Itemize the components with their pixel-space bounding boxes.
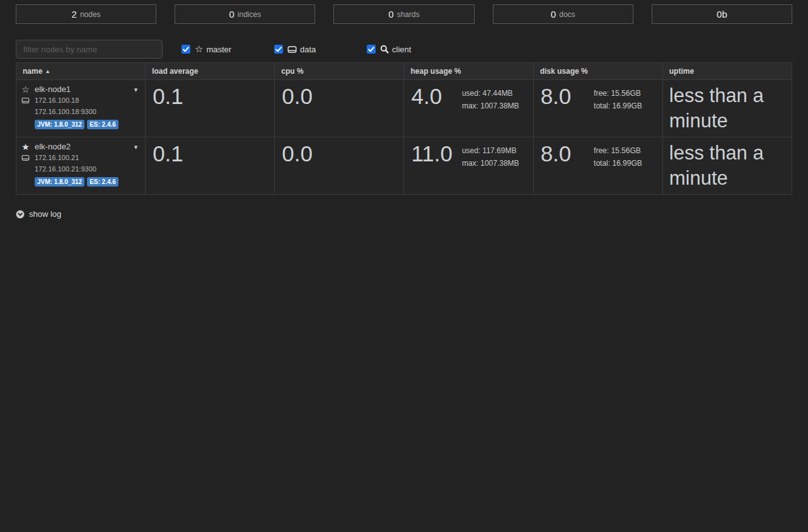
cpu-cell: 0.0 [275, 80, 404, 137]
indices-label: indices [238, 10, 261, 19]
cpu-value: 0.0 [282, 84, 313, 108]
summary-box-indices: 0 indices [175, 4, 315, 24]
filter-nodes-input[interactable] [16, 40, 163, 59]
check-icon [368, 47, 374, 52]
cpu-value: 0.0 [282, 141, 313, 166]
node-name-cell: ★ elk-node2 ▾ 172.16.100.21 172 [16, 137, 146, 195]
es-version-badge: ES: 2.4.6 [87, 120, 118, 129]
master-checkbox[interactable] [182, 45, 190, 54]
table-header-row: name▲ load average cpu % heap usage % di… [16, 63, 792, 80]
search-icon [380, 45, 389, 54]
filter-data-label: data [300, 45, 316, 54]
disk-total: total: 16.99GB [594, 157, 642, 170]
column-header-heap-usage[interactable]: heap usage % [404, 63, 533, 80]
uptime-cell: less than a minute [662, 80, 792, 137]
filter-master-label: master [206, 45, 231, 54]
uptime-cell: less than a minute [662, 137, 792, 195]
node-actions-caret-icon[interactable]: ▾ [132, 144, 141, 150]
shards-count: 0 [388, 9, 393, 20]
disk-total: total: 16.99GB [594, 100, 642, 112]
node-name: elk-node2 [35, 142, 71, 151]
disk-pct-value: 8.0 [541, 141, 572, 167]
column-header-cpu[interactable]: cpu % [275, 63, 404, 80]
heap-used: used: 47.44MB [462, 87, 519, 100]
disk-free: free: 15.56GB [594, 144, 642, 157]
summary-box-shards: 0 shards [333, 4, 474, 24]
heap-max: max: 1007.38MB [462, 100, 519, 112]
cpu-cell: 0.0 [275, 137, 404, 195]
star-filled-icon: ★ [20, 142, 32, 151]
column-header-load-average[interactable]: load average [146, 63, 275, 80]
check-icon [183, 47, 189, 52]
column-header-disk-usage[interactable]: disk usage % [533, 63, 662, 80]
star-icon: ☆ [195, 45, 203, 54]
nodes-label: nodes [80, 10, 101, 19]
docs-label: docs [559, 10, 575, 19]
node-transport-address: 172.16.100.21:9300 [20, 165, 140, 173]
summary-box-size: 0b [652, 4, 792, 24]
docs-count: 0 [551, 9, 556, 20]
load-average-cell: 0.1 [146, 80, 275, 137]
disk-free: free: 15.56GB [594, 87, 642, 100]
heap-used: used: 117.69MB [462, 144, 519, 157]
data-checkbox[interactable] [274, 45, 283, 54]
check-icon [275, 47, 282, 52]
show-log-label: show log [29, 209, 61, 219]
node-name: elk-node1 [35, 84, 71, 94]
filter-data-toggle[interactable]: data [274, 45, 348, 54]
heap-pct-value: 4.0 [411, 83, 442, 110]
column-header-uptime[interactable]: uptime [662, 63, 792, 80]
star-outline-icon: ☆ [20, 85, 32, 94]
heap-cell: 4.0 used: 47.44MB max: 1007.38MB [404, 80, 533, 137]
heap-pct-value: 11.0 [411, 141, 453, 167]
hard-drive-icon [287, 45, 297, 54]
jvm-version-badge: JVM: 1.8.0_312 [35, 120, 84, 129]
load-average-value: 0.1 [153, 84, 183, 108]
node-row: ☆ elk-node1 ▾ 172.16.100.18 172 [16, 80, 792, 137]
nodes-count: 2 [72, 9, 77, 20]
disk-pct-value: 8.0 [541, 83, 572, 110]
nodes-table: name▲ load average cpu % heap usage % di… [16, 62, 792, 195]
heap-cell: 11.0 used: 117.69MB max: 1007.38MB [404, 137, 533, 195]
filter-row: ☆ master data [16, 40, 792, 59]
shards-label: shards [397, 10, 420, 19]
node-actions-caret-icon[interactable]: ▾ [132, 86, 141, 93]
node-transport-address: 172.16.100.18:9300 [20, 108, 140, 115]
hard-drive-icon [20, 97, 32, 104]
disk-cell: 8.0 free: 15.56GB total: 16.99GB [533, 137, 662, 195]
node-name-cell: ☆ elk-node1 ▾ 172.16.100.18 172 [16, 80, 146, 137]
size-value: 0b [717, 9, 727, 20]
filter-client-toggle[interactable]: client [367, 45, 441, 54]
heap-max: max: 1007.38MB [462, 157, 519, 170]
cluster-summary-row: 2 nodes 0 indices 0 shards 0 docs 0b [16, 4, 792, 24]
node-ip: 172.16.100.21 [35, 154, 79, 161]
chevron-down-circle-icon [16, 210, 25, 219]
sort-asc-icon: ▲ [45, 68, 50, 74]
client-checkbox[interactable] [367, 45, 376, 54]
node-row: ★ elk-node2 ▾ 172.16.100.21 172 [16, 137, 792, 195]
filter-client-label: client [392, 45, 411, 54]
disk-cell: 8.0 free: 15.56GB total: 16.99GB [533, 80, 662, 137]
summary-box-nodes: 2 nodes [16, 4, 156, 24]
show-log-toggle[interactable]: show log [16, 209, 61, 219]
node-ip: 172.16.100.18 [35, 96, 79, 104]
jvm-version-badge: JVM: 1.8.0_312 [35, 177, 84, 187]
es-version-badge: ES: 2.4.6 [87, 177, 118, 187]
filter-master-toggle[interactable]: ☆ master [182, 45, 255, 54]
load-average-value: 0.1 [153, 141, 183, 166]
uptime-value: less than a minute [669, 141, 785, 191]
indices-count: 0 [229, 9, 234, 20]
uptime-value: less than a minute [669, 83, 785, 134]
column-header-name[interactable]: name▲ [16, 63, 146, 80]
summary-box-docs: 0 docs [493, 4, 633, 24]
hard-drive-icon [20, 154, 32, 161]
nodes-dashboard: 2 nodes 0 indices 0 shards 0 docs 0b [0, 0, 808, 221]
load-average-cell: 0.1 [146, 137, 275, 195]
